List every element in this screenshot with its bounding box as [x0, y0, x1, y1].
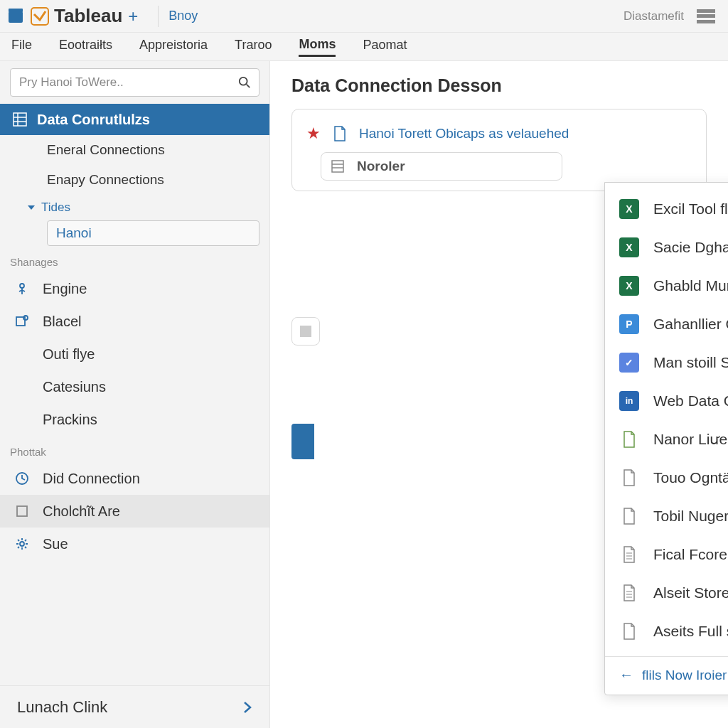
caret-down-icon	[27, 203, 36, 212]
separator	[158, 6, 159, 27]
sidebar-item-enapy[interactable]: Enapy Connections	[0, 165, 269, 195]
sidebar-heading-phottak: Phottak	[0, 436, 269, 462]
dd-item-web[interactable]: inWeb Data Connectors	[605, 382, 728, 420]
sidebar-item-label: Cholchĩt Are	[43, 503, 120, 520]
star-icon: ★	[306, 124, 321, 143]
sidebar-item-outi[interactable]: Outi flye	[0, 338, 269, 370]
table-icon	[331, 160, 347, 173]
new-tab-button[interactable]: +	[128, 6, 138, 26]
svg-point-14	[20, 542, 24, 546]
card-sub-label: Noroler	[357, 159, 405, 174]
excel-icon: X	[619, 276, 639, 296]
dd-label: Nanor Liưe selts fine	[653, 431, 728, 448]
dd-label: Web Data Connectors	[653, 392, 728, 410]
svg-rect-13	[17, 506, 27, 516]
menu-icon[interactable]	[697, 9, 715, 23]
check-icon: ✓	[619, 353, 639, 373]
svg-point-11	[23, 316, 28, 320]
p-connector-icon: P	[619, 314, 639, 334]
page-title: Data Connection Desson	[291, 75, 707, 96]
gear-icon	[13, 537, 31, 551]
sidebar-item-prackins[interactable]: Prackins	[0, 403, 269, 436]
excel-icon: X	[619, 237, 639, 257]
dd-item-file-3[interactable]: Tobil Nuger Fila	[605, 497, 728, 535]
menu-eootraits[interactable]: Eootraiłts	[59, 38, 112, 55]
sidebar-item-engine[interactable]: Engine	[0, 272, 269, 305]
dropdown-footer-link[interactable]: ← flils Now Iroier	[605, 656, 728, 687]
dd-label: Tobil Nuger Fila	[653, 508, 728, 525]
svg-point-3	[240, 77, 247, 85]
tableau-logo-icon	[6, 6, 26, 26]
menu-paomat[interactable]: Paomat	[363, 38, 407, 55]
search-icon[interactable]	[238, 76, 251, 89]
app-title: Tableau	[54, 5, 122, 27]
topbar: Tableau + Bnoy Diastamefit	[0, 0, 728, 33]
svg-rect-2	[31, 8, 48, 25]
sidebar: Data Conrutlulzs Eneral Connections Enap…	[0, 61, 270, 728]
workspace-tab[interactable]: Bnoy	[168, 9, 198, 23]
dd-item-excel-2[interactable]: XSacie Dghafiles	[605, 228, 728, 267]
dd-label: Man stoill Sonictiors	[653, 354, 728, 371]
sidebar-tides-toggle[interactable]: Tides	[0, 195, 269, 220]
sidebar-section-data[interactable]: Data Conrutlulzs	[0, 104, 269, 135]
sidebar-item-label: Did Connection	[43, 471, 140, 487]
menu-moms[interactable]: Moms	[299, 37, 336, 57]
menu-traroo[interactable]: Traroo	[235, 38, 272, 55]
svg-point-9	[20, 284, 24, 288]
blue-side-tab[interactable]	[291, 424, 314, 459]
dd-item-file-2[interactable]: Touo Ogntäk	[605, 459, 728, 497]
dd-label: Gahanllier Connectors	[653, 316, 728, 333]
sidebar-item-blacel[interactable]: Blacel	[0, 305, 269, 338]
sidebar-footer-link[interactable]: Lunach Clink	[0, 685, 269, 728]
dd-item-file-6[interactable]: Aseits Full sot side	[605, 612, 728, 651]
card-sub-row[interactable]: Noroler	[321, 152, 562, 181]
menu-file[interactable]: File	[11, 38, 32, 55]
clock-icon	[13, 471, 31, 486]
dd-item-p[interactable]: PGahanllier Connectors	[605, 305, 728, 343]
connector-dropdown: XExcil Tool flo XSacie Dghafiles XGhabld…	[604, 182, 728, 695]
sidebar-item-sue[interactable]: Sue	[0, 528, 269, 560]
dd-item-file-1[interactable]: Nanor Liưe selts fine	[605, 420, 728, 459]
search-box	[10, 68, 259, 97]
chevron-right-icon	[242, 700, 252, 714]
sidebar-item-cholchit[interactable]: Cholchĩt Are	[0, 495, 269, 528]
engine-icon	[13, 282, 31, 296]
mini-card[interactable]	[291, 317, 320, 346]
user-name: Diastamefit	[623, 9, 684, 23]
svg-line-4	[247, 85, 250, 88]
sidebar-item-label: Blacel	[43, 314, 81, 330]
dd-item-file-5[interactable]: Alseit Store	[605, 574, 728, 612]
file-lines-icon	[619, 545, 639, 564]
linkedin-icon: in	[619, 391, 639, 411]
dd-item-excel-1[interactable]: XExcil Tool flo	[605, 190, 728, 228]
sidebar-item-label: Engine	[43, 281, 87, 297]
dd-label: Aseits Full sot side	[653, 623, 728, 640]
sidebar-item-catesiuns[interactable]: Catesiuns	[0, 370, 269, 403]
arrow-left-icon: ←	[619, 667, 633, 683]
svg-rect-15	[332, 161, 343, 172]
file-icon	[619, 506, 639, 526]
sidebar-heading-shanages: Shanages	[0, 246, 269, 272]
svg-rect-5	[14, 113, 26, 126]
connection-card: ★ Hanoi Torett Obicaps as velauehed Noro…	[291, 109, 707, 191]
mini-square-icon	[300, 326, 311, 337]
sidebar-item-eneral[interactable]: Eneral Connections	[0, 135, 269, 165]
dd-item-file-4[interactable]: Fical Fcorenids-Infresatiors	[605, 535, 728, 574]
excel-icon: X	[619, 199, 639, 219]
menu-appreistoria[interactable]: Appreistoria	[139, 38, 208, 55]
data-grid-icon	[13, 112, 27, 127]
tides-label: Tides	[41, 200, 70, 215]
sidebar-section-label: Data Conrutlulzs	[37, 112, 150, 128]
card-link-text: Hanoi Torett Obicaps as velauehed	[359, 126, 569, 141]
dd-item-check[interactable]: ✓Man stoill Sonictiors	[605, 343, 728, 382]
dropdown-footer-label: flils Now Iroier	[642, 668, 727, 683]
file-icon	[619, 621, 639, 641]
search-input[interactable]	[10, 68, 259, 97]
secondary-logo-icon	[30, 6, 50, 26]
dd-item-excel-3[interactable]: XGhabld Munhion	[605, 267, 728, 305]
svg-rect-1	[9, 9, 23, 12]
sidebar-selected-value[interactable]: Hanoi	[47, 220, 259, 246]
sidebar-item-did-connection[interactable]: Did Connection	[0, 462, 269, 495]
document-icon	[333, 126, 349, 141]
card-linked-row[interactable]: ★ Hanoi Torett Obicaps as velauehed	[292, 119, 706, 148]
